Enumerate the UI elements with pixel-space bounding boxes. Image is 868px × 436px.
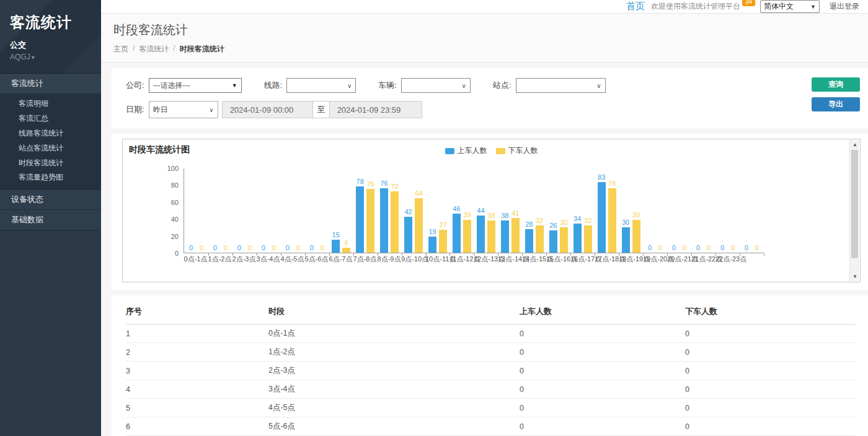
sidebar-item[interactable]: 设备状态 <box>0 190 101 210</box>
table-cell: 2点-3点 <box>268 362 520 380</box>
bar-group: 00 <box>715 168 740 253</box>
bar-value-label: 0 <box>720 244 724 252</box>
line-select[interactable]: ∨ <box>286 78 356 93</box>
sidebar: 客流统计 公交 AQGJ▾ 客流统计 客流明细客流汇总线路客流统计站点客流统计时… <box>0 0 101 436</box>
line-label: 线路: <box>264 80 283 91</box>
bar <box>428 237 436 253</box>
date-to-input[interactable]: 2024-01-09 23:59 <box>329 101 422 118</box>
bar-value-label: 39 <box>632 211 640 219</box>
query-button[interactable]: 查询 <box>812 77 860 92</box>
table-header-cell: 下车人数 <box>685 300 856 325</box>
table-header-cell: 上车人数 <box>520 300 685 325</box>
table-cell: 0 <box>520 343 685 362</box>
vehicle-label: 车辆: <box>378 80 397 91</box>
home-link[interactable]: 首页 <box>626 1 645 12</box>
vehicle-select[interactable]: ∨ <box>401 78 471 93</box>
table-cell: 0 <box>685 362 856 380</box>
bar-value-label: 15 <box>332 231 340 239</box>
bar-wrap: 19 <box>428 168 437 253</box>
bar <box>453 214 461 253</box>
x-tick-label: 20点-21点 <box>667 255 691 263</box>
bar-wrap: 0 <box>728 168 737 253</box>
sidebar-item[interactable]: 客流汇总 <box>0 111 101 126</box>
bar-group: 4438 <box>474 168 498 253</box>
legend-item[interactable]: 下车人数 <box>496 146 538 156</box>
sidebar-nav: 客流统计 客流明细客流汇总线路客流统计站点客流统计时段客流统计客流量趋势图 设备… <box>0 73 101 230</box>
table-header-cell: 时段 <box>268 300 520 325</box>
chart-plot: 020406080100 000000000000156787576724264… <box>129 168 844 253</box>
table-cell: 0 <box>520 417 685 436</box>
brand-area: 客流统计 公交 AQGJ▾ <box>0 0 101 73</box>
date-preset-select[interactable]: 昨日 ∨ <box>149 101 218 118</box>
y-tick-label: 40 <box>171 216 179 223</box>
language-value: 简体中文 <box>764 1 794 12</box>
bar-wrap: 0 <box>680 168 689 253</box>
sidebar-submenu: 客流明细客流汇总线路客流统计站点客流统计时段客流统计客流量趋势图 <box>0 94 101 190</box>
scroll-up-icon[interactable]: ▲ <box>850 140 860 149</box>
date-from-input[interactable]: 2024-01-09 00:00 <box>222 101 313 118</box>
date-to-separator: 至 <box>313 101 329 118</box>
bar-group: 7875 <box>353 168 378 253</box>
bar-wrap: 64 <box>415 168 423 253</box>
bar-group: 3432 <box>570 168 595 253</box>
scrollbar-thumb[interactable] <box>851 150 858 258</box>
bar-value-label: 0 <box>189 244 193 252</box>
bar-group: 00 <box>305 168 329 253</box>
breadcrumb-item[interactable]: 主页 <box>113 44 128 54</box>
bar-wrap: 0 <box>259 168 268 253</box>
sidebar-item-passenger-stats[interactable]: 客流统计 <box>0 74 101 94</box>
user-dropdown[interactable]: AQGJ▾ <box>10 53 91 61</box>
language-select[interactable]: 简体中文 ▼ <box>760 0 820 13</box>
sidebar-item[interactable]: 客流明细 <box>0 96 101 111</box>
bar-value-label: 30 <box>622 219 629 227</box>
bar-wrap: 76 <box>608 168 616 253</box>
table-row: 54点-5点00 <box>126 399 856 417</box>
bar-group: 2630 <box>546 168 570 253</box>
table-cell: 0 <box>520 399 685 417</box>
bar-wrap: 83 <box>597 168 606 253</box>
bar <box>477 216 485 253</box>
y-tick-label: 0 <box>175 250 179 257</box>
bar <box>356 186 364 253</box>
x-tick-label: 12点-13点 <box>474 255 498 263</box>
table-row: 32点-3点00 <box>126 362 856 380</box>
y-tick-label: 100 <box>167 165 179 172</box>
station-select[interactable]: ∨ <box>516 78 606 93</box>
bar-wrap: 0 <box>704 168 713 253</box>
chart-scrollbar[interactable]: ▲ ▼ <box>849 140 859 281</box>
bar-wrap: 30 <box>559 168 568 253</box>
sidebar-item[interactable]: 基础数据 <box>0 210 101 230</box>
y-tick-label: 20 <box>171 233 179 240</box>
page-head: 时段客流统计 主页/客流统计/时段客流统计 <box>101 14 868 63</box>
company-select[interactable]: ---请选择--- ▼ <box>149 78 242 93</box>
bar-value-label: 39 <box>463 211 471 219</box>
bar-wrap: 0 <box>283 168 292 253</box>
bar-group: 4639 <box>450 168 474 253</box>
bar-group: 8376 <box>595 168 619 253</box>
y-tick-label: 80 <box>171 181 179 189</box>
sidebar-item[interactable]: 线路客流统计 <box>0 126 101 141</box>
bar-value-label: 38 <box>487 212 495 220</box>
legend-item[interactable]: 上车人数 <box>445 146 487 156</box>
sidebar-item[interactable]: 时段客流统计 <box>0 155 101 170</box>
export-button[interactable]: 导出 <box>812 97 860 111</box>
breadcrumb-item[interactable]: 客流统计 <box>139 44 169 54</box>
page-title: 时段客流统计 <box>113 22 856 38</box>
content: 公司: ---请选择--- ▼ 线路: ∨ 车 <box>101 63 868 436</box>
sidebar-item[interactable]: 站点客流统计 <box>0 141 101 155</box>
bar-group: 00 <box>667 168 691 253</box>
sidebar-item[interactable]: 客流量趋势图 <box>0 170 101 185</box>
bar-wrap: 72 <box>391 168 399 253</box>
notification-badge[interactable]: 34 <box>742 0 755 6</box>
bar-wrap: 15 <box>332 168 340 253</box>
scroll-down-icon[interactable]: ▼ <box>850 272 860 281</box>
bar <box>632 220 640 253</box>
table-header-cell: 序号 <box>126 300 268 325</box>
x-tick-label: 15点-16点 <box>546 255 570 263</box>
bar-wrap: 6 <box>342 168 351 253</box>
logout-link[interactable]: 退出登录 <box>830 1 859 12</box>
bar-wrap: 75 <box>366 168 375 253</box>
bar <box>487 220 495 253</box>
bar-wrap: 32 <box>535 168 544 253</box>
bar <box>608 188 616 253</box>
